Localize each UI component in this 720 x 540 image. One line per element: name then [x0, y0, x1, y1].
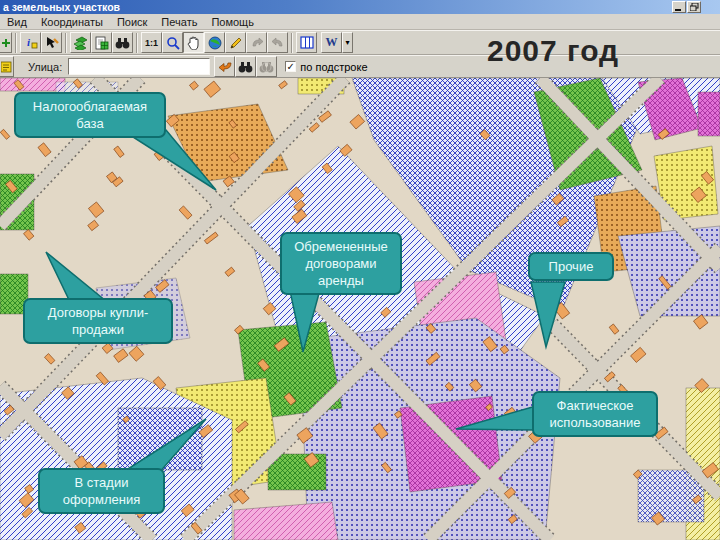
- draw-button[interactable]: [225, 32, 246, 53]
- callout-actual-use: Фактическое использование: [532, 391, 658, 437]
- binoculars-icon: [115, 37, 130, 49]
- select-edit-button[interactable]: [41, 32, 62, 53]
- undo-button[interactable]: [246, 32, 267, 53]
- scale-label: 1:1: [145, 38, 158, 48]
- cut-yellow-button[interactable]: [0, 56, 14, 77]
- menu-bar: Вид Координаты Поиск Печать Помощь: [0, 14, 720, 30]
- toolbar-separator: [15, 33, 17, 53]
- toolbar-separator: [65, 33, 67, 53]
- restore-button[interactable]: [687, 1, 701, 13]
- report-icon: [95, 36, 109, 50]
- svg-text:i: i: [27, 36, 31, 48]
- substring-option[interactable]: ✓ по подстроке: [285, 61, 367, 73]
- search-next-button[interactable]: [256, 56, 277, 77]
- columns-icon: [300, 36, 314, 49]
- partial-green-icon: [1, 38, 11, 48]
- binoculars-disabled-icon: [259, 61, 274, 73]
- binoculars-icon: [238, 61, 253, 73]
- search-button[interactable]: [235, 56, 256, 77]
- undo-icon: [250, 37, 264, 49]
- year-banner: 2007 год: [487, 34, 619, 68]
- columns-button[interactable]: [296, 32, 317, 53]
- callout-lease-encumbered: Обремененные договорами аренды: [280, 232, 402, 295]
- pan-hand-icon: [187, 36, 200, 50]
- callout-tax-base: Налогооблагаемая база: [14, 92, 166, 138]
- minimize-button[interactable]: [672, 1, 686, 13]
- chevron-down-icon: ▾: [345, 38, 349, 47]
- layers-button[interactable]: [70, 32, 91, 53]
- street-input[interactable]: [68, 58, 210, 75]
- scale-1-1-button[interactable]: 1:1: [141, 32, 162, 53]
- window-title: а земельных участков: [3, 1, 120, 13]
- toolbar-separator: [291, 33, 293, 53]
- pan-button[interactable]: [183, 32, 204, 53]
- magnifier-icon: [166, 36, 180, 50]
- globe-button[interactable]: [204, 32, 225, 53]
- callout-sale-contracts: Договоры купли-продажи: [23, 298, 173, 344]
- window-titlebar[interactable]: а земельных участков: [0, 0, 720, 14]
- select-pencil-icon: [45, 36, 59, 50]
- menu-help[interactable]: Помощь: [204, 16, 261, 28]
- w-dropdown-button[interactable]: ▾: [342, 32, 353, 53]
- callout-others: Прочие: [528, 252, 614, 281]
- partial-yellow-icon: [1, 61, 12, 73]
- info-icon: i: [24, 36, 38, 50]
- globe-icon: [208, 36, 222, 50]
- substring-checkbox[interactable]: ✓: [285, 61, 296, 72]
- layers-icon: [73, 36, 88, 50]
- street-label: Улица:: [28, 61, 62, 73]
- info-button[interactable]: i: [20, 32, 41, 53]
- callout-in-registration: В стадии оформления: [38, 468, 165, 514]
- w-tool-button[interactable]: W: [321, 32, 342, 53]
- redo-icon: [271, 37, 285, 49]
- apply-street-button[interactable]: [214, 56, 235, 77]
- cut-toolbar-button[interactable]: [0, 32, 12, 53]
- substring-checkbox-label: по подстроке: [300, 61, 367, 73]
- menu-view[interactable]: Вид: [0, 16, 34, 28]
- orange-arrow-icon: [218, 61, 232, 72]
- pencil-icon: [229, 36, 243, 50]
- toolbar-separator: [136, 33, 138, 53]
- menu-print[interactable]: Печать: [154, 16, 204, 28]
- menu-search[interactable]: Поиск: [110, 16, 154, 28]
- report-button[interactable]: [91, 32, 112, 53]
- redo-button[interactable]: [267, 32, 288, 53]
- w-icon: W: [326, 35, 338, 50]
- menu-coordinates[interactable]: Координаты: [34, 16, 110, 28]
- zoom-button[interactable]: [162, 32, 183, 53]
- find-button[interactable]: [112, 32, 133, 53]
